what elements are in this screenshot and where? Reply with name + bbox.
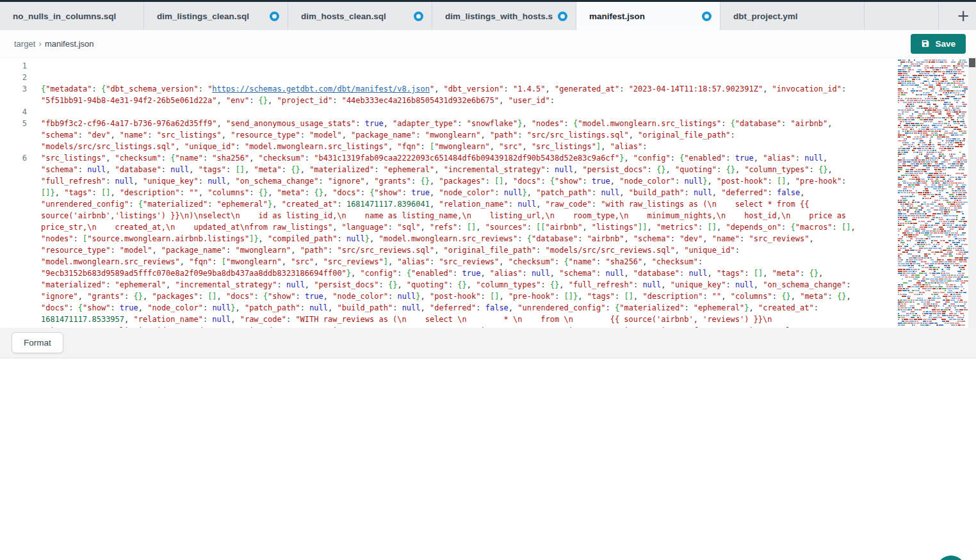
breadcrumb-folder[interactable]: target [14, 39, 35, 49]
code-line[interactable]: 1 [0, 60, 871, 72]
tab-label: dbt_project.yml [733, 12, 856, 21]
newtab-zone: + [939, 2, 976, 30]
tab-dim-listings-with-hosts[interactable]: dim_listings_with_hosts.sql [432, 2, 576, 30]
results-panel [0, 358, 976, 560]
tab-manifest-json[interactable]: manifest.json [576, 2, 720, 30]
breadcrumb-file: manifest.json [45, 39, 94, 49]
code-lines[interactable]: 123{"metadata": {"dbt_schema_version": "… [0, 58, 871, 328]
unsaved-indicator-icon[interactable] [558, 12, 567, 21]
code-line[interactable]: 3{"metadata": {"dbt_schema_version": "ht… [0, 83, 871, 106]
editor-scrollbar[interactable] [968, 58, 976, 328]
tab-bar: no_nulls_in_columns.sql dim_listings_cle… [0, 0, 976, 30]
code-line[interactable]: 4 [0, 106, 871, 118]
line-number[interactable]: 2 [0, 72, 27, 83]
code-line[interactable]: 5"fbb9f3c2-cf96-4a17-b736-976a62d35ff9",… [0, 118, 871, 152]
code-line[interactable]: 2 [0, 72, 871, 83]
minimap[interactable] [897, 58, 968, 328]
line-number[interactable]: 4 [0, 106, 27, 118]
unsaved-indicator-icon[interactable] [414, 12, 423, 21]
tab-dim-listings-clean[interactable]: dim_listings_clean.sql [144, 2, 288, 30]
unsaved-indicator-icon[interactable] [270, 12, 279, 21]
scrollbar-thumb[interactable] [969, 58, 975, 67]
new-tab-button[interactable]: + [957, 8, 970, 24]
tab-dim-hosts-clean[interactable]: dim_hosts_clean.sql [288, 2, 432, 30]
code-line[interactable]: 6"src_listings", "checksum": {"name": "s… [0, 152, 871, 328]
tabbar-spacer [865, 2, 939, 30]
format-button[interactable]: Format [12, 332, 63, 353]
tab-label: manifest.json [589, 12, 697, 21]
save-button[interactable]: Save [911, 34, 966, 54]
line-number[interactable]: 1 [0, 60, 27, 72]
format-bar: Format [0, 328, 976, 358]
unsaved-indicator-icon[interactable] [702, 12, 712, 21]
tab-label: no_nulls_in_columns.sql [13, 12, 135, 21]
tab-label: dim_listings_with_hosts.sql [445, 12, 553, 21]
tab-label: dim_hosts_clean.sql [301, 12, 409, 21]
line-number[interactable]: 3 [0, 83, 27, 106]
file-header-bar: target › manifest.json Save [0, 30, 976, 58]
code-editor[interactable]: 123{"metadata": {"dbt_schema_version": "… [0, 58, 976, 328]
tab-dbt-project-yml[interactable]: dbt_project.yml [720, 2, 865, 30]
save-button-label: Save [935, 39, 956, 49]
save-icon [921, 39, 930, 48]
tab-label: dim_listings_clean.sql [157, 12, 264, 21]
tab-no-nulls-in-columns[interactable]: no_nulls_in_columns.sql [0, 2, 144, 30]
line-number[interactable]: 5 [0, 118, 27, 152]
line-number[interactable]: 6 [0, 152, 27, 328]
chevron-right-icon: › [38, 38, 42, 49]
